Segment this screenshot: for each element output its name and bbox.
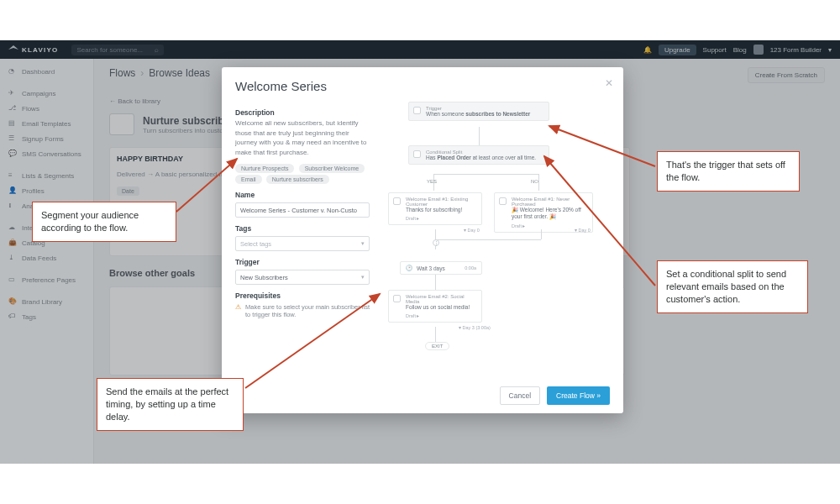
connector bbox=[435, 239, 541, 240]
cancel-button[interactable]: Cancel bbox=[500, 386, 540, 405]
name-input[interactable]: Welcome Series - Customer v. Non-Custo bbox=[235, 202, 370, 218]
card-header: Welcome Email #2: Social Media bbox=[406, 294, 476, 304]
trigger-value: New Subscribers bbox=[240, 274, 288, 281]
card-body: Thanks for subscribing! bbox=[406, 207, 476, 213]
flow-exit: EXIT bbox=[425, 342, 449, 350]
name-label: Name bbox=[235, 191, 370, 199]
connector bbox=[435, 327, 436, 342]
card-body: 🎉 Welcome! Here's 20% off your first ord… bbox=[512, 207, 587, 220]
connector bbox=[435, 275, 436, 290]
card-body: When someone subscribes to Newsletter bbox=[426, 111, 543, 117]
prereq-label: Prerequisites bbox=[235, 291, 370, 300]
trigger-select[interactable]: New Subscribers▾ bbox=[235, 270, 370, 285]
flow-email-card: Welcome Email #1: Never Purchased 🎉 Welc… bbox=[494, 192, 593, 233]
warning-icon: ⚠ bbox=[235, 303, 241, 318]
callout-segment: Segment your audience according to the f… bbox=[32, 202, 176, 242]
tags-select[interactable]: Select tags▾ bbox=[235, 236, 370, 251]
mail-icon bbox=[499, 197, 507, 205]
card-body: Follow us on social media! bbox=[406, 304, 476, 310]
flow-wait-card: 🕑Wait 3 days 0:00a bbox=[400, 261, 482, 275]
callout-split: Set a conditional split to send relevant… bbox=[657, 260, 808, 313]
mail-icon bbox=[393, 197, 401, 205]
callout-trigger: That's the trigger that sets off the flo… bbox=[657, 151, 800, 192]
tags-input-label: Tags bbox=[235, 224, 370, 233]
trigger-label: Trigger bbox=[235, 258, 370, 266]
modal-tag: Nurture Prospects bbox=[235, 164, 294, 173]
connector bbox=[538, 174, 539, 191]
bolt-icon bbox=[413, 107, 421, 114]
flow-preview: Trigger When someone subscribes to Newsl… bbox=[383, 102, 610, 375]
callout-timing: Send the emails at the perfect timing, b… bbox=[97, 378, 244, 431]
modal-footer: Cancel Create Flow » bbox=[500, 386, 610, 405]
wait-time: 0:00a bbox=[465, 265, 476, 270]
yes-label: YES bbox=[427, 179, 437, 184]
chevron-down-icon: ▾ bbox=[361, 240, 365, 247]
name-value: Welcome Series - Customer v. Non-Custo bbox=[240, 207, 357, 214]
card-body: Has Placed Order at least once over all … bbox=[426, 155, 543, 160]
close-icon[interactable]: ✕ bbox=[605, 77, 613, 89]
day-marker: ▾ Day 3 (3:00a) bbox=[459, 325, 491, 330]
create-flow-button[interactable]: Create Flow » bbox=[547, 386, 610, 405]
no-label: NO bbox=[531, 179, 538, 184]
flow-split-card: Conditional Split Has Placed Order at le… bbox=[408, 145, 549, 165]
desc-label: Description bbox=[235, 108, 370, 117]
card-header: Welcome Email #1: Existing Customer bbox=[406, 197, 476, 207]
split-icon bbox=[413, 150, 421, 158]
day-marker: ▾ Day 0 bbox=[575, 228, 591, 233]
prereq-text: ⚠Make sure to select your main subscribe… bbox=[235, 303, 370, 318]
create-flow-modal: Welcome Series ✕ Description Welcome all… bbox=[222, 67, 623, 413]
wait-label: Wait 3 days bbox=[417, 265, 445, 271]
day-marker: ▾ Day 0 bbox=[464, 228, 480, 233]
connector bbox=[541, 229, 542, 239]
modal-tag: Nurture subscribers bbox=[266, 175, 329, 184]
clock-icon: 🕑 bbox=[406, 265, 412, 271]
modal-tag: Email bbox=[235, 175, 262, 184]
flow-email-card: Welcome Email #2: Social Media Follow us… bbox=[388, 290, 482, 323]
mail-icon bbox=[393, 295, 401, 302]
desc-text: Welcome all new subscribers, but identif… bbox=[235, 118, 370, 157]
chevron-down-icon: ▾ bbox=[361, 274, 365, 281]
connector bbox=[479, 127, 480, 145]
connector bbox=[433, 174, 539, 175]
modal-left-column: Description Welcome all new subscribers,… bbox=[235, 102, 370, 375]
join-icon: ⋮ bbox=[433, 239, 439, 246]
flow-email-card: Welcome Email #1: Existing Customer Than… bbox=[388, 192, 482, 225]
prereq-body: Make sure to select your main subscriber… bbox=[245, 303, 370, 318]
modal-title: Welcome Series bbox=[235, 79, 610, 93]
flow-trigger-card: Trigger When someone subscribes to Newsl… bbox=[408, 102, 549, 121]
tags-placeholder: Select tags bbox=[240, 240, 271, 248]
modal-tag: Subscriber Welcome bbox=[299, 164, 365, 173]
card-header: Welcome Email #1: Never Purchased bbox=[512, 197, 587, 207]
